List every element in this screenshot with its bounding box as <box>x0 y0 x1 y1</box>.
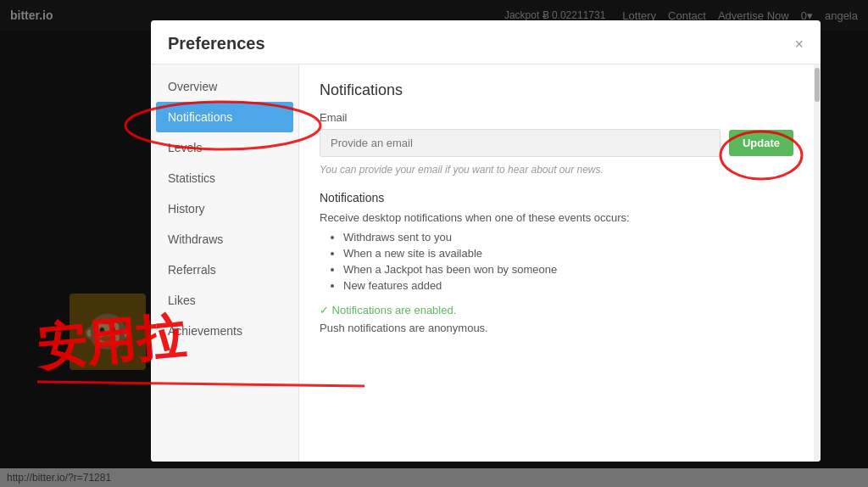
sidebar-item-achievements[interactable]: Achievements <box>151 316 298 346</box>
preferences-modal: Preferences × Overview Notifications Lev… <box>151 20 821 462</box>
sidebar-item-levels[interactable]: Levels <box>151 132 298 163</box>
list-item: When a Jackpot has been won by someone <box>343 263 793 276</box>
email-hint: You can provide your email if you want t… <box>320 164 793 176</box>
notifications-content: Notifications Email Update You can provi… <box>299 64 814 462</box>
sidebar-item-history[interactable]: History <box>151 193 298 224</box>
modal-scrollbar[interactable] <box>814 64 821 462</box>
preferences-sidebar: Overview Notifications Levels Statistics… <box>151 64 299 462</box>
list-item: Withdraws sent to you <box>343 231 793 244</box>
email-label: Email <box>320 111 793 124</box>
sidebar-item-likes[interactable]: Likes <box>151 285 298 316</box>
list-item: When a new site is available <box>343 247 793 260</box>
list-item: New features added <box>343 279 793 292</box>
scrollbar-thumb <box>815 68 820 102</box>
notif-description: Receive desktop notifications when one o… <box>320 211 793 224</box>
modal-header: Preferences × <box>151 20 821 64</box>
sidebar-item-statistics[interactable]: Statistics <box>151 163 298 193</box>
modal-title: Preferences <box>168 34 265 53</box>
sidebar-item-notifications[interactable]: Notifications <box>156 102 293 132</box>
email-row: Update <box>320 129 793 157</box>
notif-anon-text: Push notifications are anonymous. <box>320 322 793 334</box>
sidebar-item-referrals[interactable]: Referrals <box>151 255 298 285</box>
modal-close-button[interactable]: × <box>794 36 804 52</box>
update-button[interactable]: Update <box>729 130 793 156</box>
sidebar-item-withdraws[interactable]: Withdraws <box>151 224 298 255</box>
content-section-title: Notifications <box>320 81 793 99</box>
modal-body: Overview Notifications Levels Statistics… <box>151 64 821 462</box>
notif-section-title: Notifications <box>320 191 793 204</box>
sidebar-item-overview[interactable]: Overview <box>151 71 298 102</box>
notif-items-list: Withdraws sent to you When a new site is… <box>320 231 793 292</box>
email-input[interactable] <box>320 129 721 157</box>
notif-enabled-status: ✓ Notifications are enabled. <box>320 304 793 316</box>
